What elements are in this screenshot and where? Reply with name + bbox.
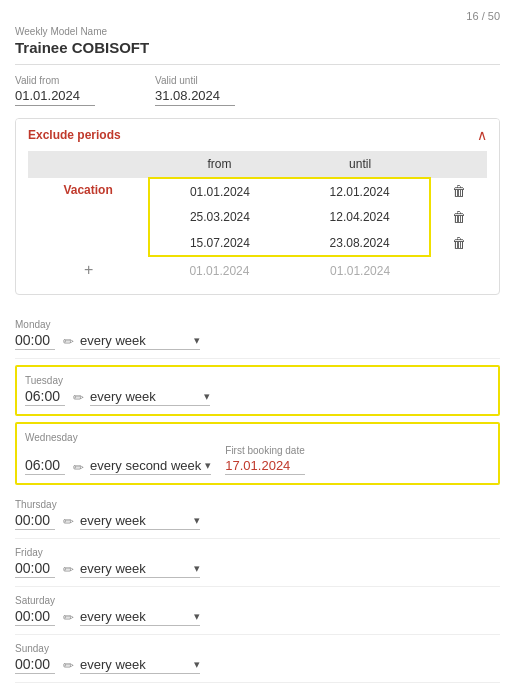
exclude-title: Exclude periods bbox=[28, 128, 121, 142]
wednesday-row: 06:00 ✏ every second week ▾ First bookin… bbox=[25, 445, 490, 475]
wednesday-section: Wednesday 06:00 ✏ every second week ▾ Fi… bbox=[15, 422, 500, 485]
day-label-0: Monday bbox=[15, 319, 500, 330]
frequency-select-0[interactable]: every week ▾ bbox=[80, 333, 200, 350]
day-row-3: 00:00 ✏ every week ▾ bbox=[15, 512, 500, 530]
new-until-value[interactable]: 01.01.2024 bbox=[290, 256, 431, 284]
frequency-value-3: every week bbox=[80, 513, 190, 528]
actions-col-header bbox=[430, 151, 487, 178]
day-row-5: 00:00 ✏ every week ▾ bbox=[15, 608, 500, 626]
dropdown-arrow-6[interactable]: ▾ bbox=[194, 658, 200, 671]
frequency-select-6[interactable]: every week ▾ bbox=[80, 657, 200, 674]
day-row-0: 00:00 ✏ every week ▾ bbox=[15, 332, 500, 350]
vacation-until-3[interactable]: 23.08.2024 bbox=[290, 230, 431, 256]
valid-from-field: Valid from 01.01.2024 bbox=[15, 75, 95, 106]
edit-icon-1[interactable]: ✏ bbox=[73, 390, 84, 405]
edit-icon-6[interactable]: ✏ bbox=[63, 658, 74, 673]
saturday-section: Saturday 00:00 ✏ every week ▾ bbox=[15, 587, 500, 635]
delete-row-1[interactable]: 🗑 bbox=[430, 178, 487, 204]
time-value-0[interactable]: 00:00 bbox=[15, 332, 55, 350]
sunday-section: Sunday 00:00 ✏ every week ▾ bbox=[15, 635, 500, 683]
frequency-select-4[interactable]: every week ▾ bbox=[80, 561, 200, 578]
frequency-value-1: every week bbox=[90, 389, 200, 404]
valid-from-label: Valid from bbox=[15, 75, 95, 86]
booking-date-value[interactable]: 17.01.2024 bbox=[225, 458, 305, 475]
delete-icon-2[interactable]: 🗑 bbox=[452, 209, 466, 225]
page-container: 16 / 50 Weekly Model Name Trainee COBISO… bbox=[0, 0, 515, 693]
frequency-value-6: every week bbox=[80, 657, 190, 672]
frequency-select-3[interactable]: every week ▾ bbox=[80, 513, 200, 530]
valid-until-field: Valid until 31.08.2024 bbox=[155, 75, 235, 106]
day-label-2: Wednesday bbox=[25, 432, 490, 443]
until-col-header: until bbox=[290, 151, 431, 178]
day-label-1: Tuesday bbox=[25, 375, 490, 386]
dropdown-arrow-3[interactable]: ▾ bbox=[194, 514, 200, 527]
dropdown-arrow-5[interactable]: ▾ bbox=[194, 610, 200, 623]
new-date-row: + 01.01.2024 01.01.2024 bbox=[28, 256, 487, 284]
time-value-3[interactable]: 00:00 bbox=[15, 512, 55, 530]
vacation-until-2[interactable]: 12.04.2024 bbox=[290, 204, 431, 230]
day-row-1: 06:00 ✏ every week ▾ bbox=[25, 388, 490, 406]
day-row-6: 00:00 ✏ every week ▾ bbox=[15, 656, 500, 674]
time-value-4[interactable]: 00:00 bbox=[15, 560, 55, 578]
edit-icon-2[interactable]: ✏ bbox=[73, 460, 84, 475]
edit-icon-5[interactable]: ✏ bbox=[63, 610, 74, 625]
delete-icon-1[interactable]: 🗑 bbox=[452, 183, 466, 199]
vacation-col-header bbox=[28, 151, 149, 178]
model-name-label: Weekly Model Name bbox=[15, 26, 500, 37]
day-label-5: Saturday bbox=[15, 595, 500, 606]
from-col-header: from bbox=[149, 151, 290, 178]
vacation-label: Vacation bbox=[28, 178, 149, 256]
vacation-row-1: Vacation 01.01.2024 12.01.2024 🗑 bbox=[28, 178, 487, 204]
day-label-3: Thursday bbox=[15, 499, 500, 510]
time-value-2[interactable]: 06:00 bbox=[25, 457, 65, 475]
booking-date-field: First booking date 17.01.2024 bbox=[225, 445, 305, 475]
add-icon[interactable]: + bbox=[84, 261, 93, 278]
monday-section: Monday 00:00 ✏ every week ▾ bbox=[15, 311, 500, 359]
vacation-from-2[interactable]: 25.03.2024 bbox=[149, 204, 290, 230]
exclude-periods-section: Exclude periods ∧ from until Vacation 01… bbox=[15, 118, 500, 295]
edit-icon-3[interactable]: ✏ bbox=[63, 514, 74, 529]
dropdown-arrow-0[interactable]: ▾ bbox=[194, 334, 200, 347]
time-value-1[interactable]: 06:00 bbox=[25, 388, 65, 406]
friday-section: Friday 00:00 ✏ every week ▾ bbox=[15, 539, 500, 587]
vacation-from-1[interactable]: 01.01.2024 bbox=[149, 178, 290, 204]
frequency-value-4: every week bbox=[80, 561, 190, 576]
frequency-value-2: every second week bbox=[90, 458, 201, 473]
day-label-6: Sunday bbox=[15, 643, 500, 654]
delete-icon-3[interactable]: 🗑 bbox=[452, 235, 466, 251]
valid-from-value[interactable]: 01.01.2024 bbox=[15, 88, 95, 106]
vacation-until-1[interactable]: 12.01.2024 bbox=[290, 178, 431, 204]
frequency-select-5[interactable]: every week ▾ bbox=[80, 609, 200, 626]
edit-icon-0[interactable]: ✏ bbox=[63, 334, 74, 349]
frequency-value-5: every week bbox=[80, 609, 190, 624]
valid-row: Valid from 01.01.2024 Valid until 31.08.… bbox=[15, 75, 500, 106]
add-button[interactable]: + bbox=[28, 256, 149, 284]
day-row-4: 00:00 ✏ every week ▾ bbox=[15, 560, 500, 578]
exclude-header: Exclude periods ∧ bbox=[16, 119, 499, 151]
vacation-from-3[interactable]: 15.07.2024 bbox=[149, 230, 290, 256]
new-from-value[interactable]: 01.01.2024 bbox=[149, 256, 290, 284]
booking-date-label: First booking date bbox=[225, 445, 305, 456]
tuesday-section: Tuesday 06:00 ✏ every week ▾ bbox=[15, 365, 500, 416]
time-value-5[interactable]: 00:00 bbox=[15, 608, 55, 626]
thursday-section: Thursday 00:00 ✏ every week ▾ bbox=[15, 491, 500, 539]
delete-row-2[interactable]: 🗑 bbox=[430, 204, 487, 230]
collapse-icon[interactable]: ∧ bbox=[477, 127, 487, 143]
model-name-value: Trainee COBISOFT bbox=[15, 39, 500, 65]
valid-until-value[interactable]: 31.08.2024 bbox=[155, 88, 235, 106]
edit-icon-4[interactable]: ✏ bbox=[63, 562, 74, 577]
delete-row-3[interactable]: 🗑 bbox=[430, 230, 487, 256]
frequency-value-0: every week bbox=[80, 333, 190, 348]
day-label-4: Friday bbox=[15, 547, 500, 558]
days-container: Monday 00:00 ✏ every week ▾ Tuesday 06:0… bbox=[15, 311, 500, 683]
valid-until-label: Valid until bbox=[155, 75, 235, 86]
dropdown-arrow-1[interactable]: ▾ bbox=[204, 390, 210, 403]
dropdown-arrow-4[interactable]: ▾ bbox=[194, 562, 200, 575]
dropdown-arrow-2[interactable]: ▾ bbox=[205, 459, 211, 472]
time-value-6[interactable]: 00:00 bbox=[15, 656, 55, 674]
page-count: 16 / 50 bbox=[15, 10, 500, 22]
exclude-table: from until Vacation 01.01.2024 12.01.202… bbox=[16, 151, 499, 294]
frequency-select-1[interactable]: every week ▾ bbox=[90, 389, 210, 406]
frequency-select-2[interactable]: every second week ▾ bbox=[90, 458, 211, 475]
